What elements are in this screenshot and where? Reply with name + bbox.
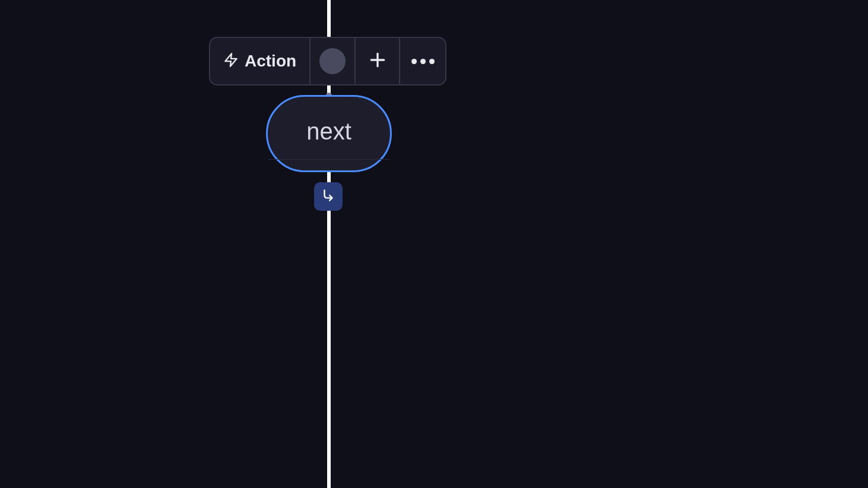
- node-divider: [268, 159, 390, 160]
- arrow-down-right-icon: [321, 188, 336, 205]
- circle-icon: [319, 48, 346, 74]
- action-button-label: Action: [245, 52, 296, 71]
- lightning-icon: [223, 52, 239, 70]
- svg-marker-0: [225, 53, 237, 66]
- action-button[interactable]: Action: [210, 38, 311, 84]
- more-icon: [411, 59, 435, 64]
- state-indicator-button[interactable]: [311, 38, 356, 84]
- more-options-button[interactable]: [400, 38, 445, 84]
- node-toolbar: Action: [209, 37, 446, 85]
- flow-node-next[interactable]: next: [266, 95, 392, 172]
- add-button[interactable]: [356, 38, 401, 84]
- transition-badge[interactable]: [314, 182, 343, 211]
- node-label: next: [306, 118, 351, 145]
- plus-icon: [368, 50, 387, 72]
